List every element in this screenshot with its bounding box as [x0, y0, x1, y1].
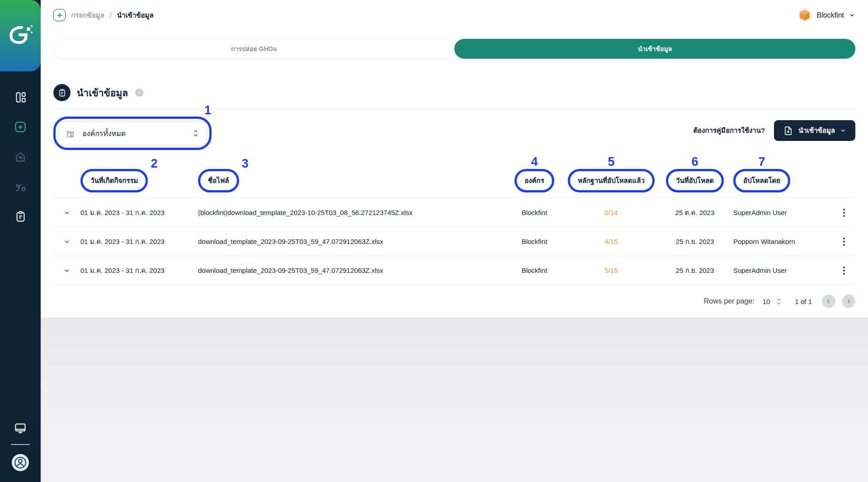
section-header: นำเข้าข้อมูล i [53, 84, 855, 101]
user-manual-link[interactable]: ต้องการคู่มือการใช้งาน? [693, 125, 765, 136]
cell-file-name: download_template_2023-09-25T03_59_47.07… [198, 267, 503, 274]
tab-ghg-emissions[interactable]: การปล่อย GHGs [53, 39, 454, 59]
column-upload-date: วันที่อัปโหลด 6 [656, 169, 733, 198]
organization-dropdown-value: องค์กรทั้งหมด [82, 128, 186, 139]
cell-file-name: (blockfint)download_template_2023-10-25T… [198, 209, 503, 216]
chevron-left-icon [826, 298, 832, 304]
column-file-name-label: ชื่อไฟล์ [208, 175, 229, 186]
blockfint-leaf-logo-icon [8, 24, 33, 47]
column-uploaded-by-label: อัปโหลดโดย [743, 175, 780, 186]
cell-upload-date: 25 ก.ย. 2023 [656, 265, 733, 276]
rows-per-page-stepper[interactable] [776, 298, 781, 305]
sidebar-divider [11, 444, 30, 445]
org-cube-icon [797, 8, 812, 23]
organization-dropdown[interactable]: องค์กรทั้งหมด [58, 121, 207, 145]
annotation-2-ring: วันที่เกิดกิจกรรม 2 [80, 169, 148, 192]
cell-activity-date: 01 ม.ค. 2023 - 31 ก.ค. 2023 [80, 236, 198, 247]
file-download-icon [783, 126, 793, 136]
column-actions [833, 192, 855, 198]
annotation-7-number: 7 [758, 156, 765, 168]
cell-organization: Blockfint [503, 209, 566, 216]
column-expander [53, 192, 80, 198]
annotation-1-number: 1 [204, 104, 211, 117]
column-activity-date: วันที่เกิดกิจกรรม 2 [80, 169, 198, 198]
annotation-4-ring: องค์กร 4 [514, 169, 554, 192]
cell-uploader: SuperAdmin User [733, 209, 833, 216]
page-title: นำเข้าข้อมูล [77, 85, 128, 100]
breadcrumb-separator: / [110, 11, 112, 19]
next-page-button[interactable] [842, 295, 855, 308]
user-avatar[interactable] [12, 454, 29, 471]
info-icon[interactable]: i [135, 89, 143, 97]
row-expand-chevron-icon[interactable] [53, 238, 80, 245]
sort-chevrons-icon [192, 129, 199, 137]
cell-file-name: download_template_2023-09-25T03_59_47.07… [198, 238, 503, 245]
tab-import-data[interactable]: นำเข้าข้อมูล [454, 39, 855, 59]
pagination-bar: Rows per page: 10 1 of 1 [53, 285, 855, 318]
column-organization: องค์กร 4 [503, 169, 566, 198]
cell-evidence[interactable]: 0/14 [566, 209, 656, 216]
factory-icon [66, 128, 76, 139]
dashboard-icon[interactable] [14, 90, 27, 104]
cell-uploader: Popporn Witanakorn [733, 238, 833, 245]
top-bar: กรอกข้อมูล / นำเข้าข้อมูล Blockfint [41, 0, 868, 30]
table-row: 01 ม.ค. 2023 - 31 ก.ค. 2023 download_tem… [53, 227, 855, 256]
annotation-6-number: 6 [691, 156, 698, 168]
cell-evidence[interactable]: 4/15 [566, 238, 656, 245]
main-area: กรอกข้อมูล / นำเข้าข้อมูล Blockfint การป… [41, 0, 868, 482]
cell-activity-date: 01 ม.ค. 2023 - 31 ก.ค. 2023 [80, 265, 198, 276]
annotation-3-ring: ชื่อไฟล์ 3 [198, 169, 239, 192]
annotation-2-number: 2 [151, 158, 157, 170]
cell-evidence[interactable]: 5/15 [566, 267, 656, 274]
view-tabs: การปล่อย GHGs นำเข้าข้อมูล [53, 39, 855, 59]
chevron-right-icon [845, 298, 852, 304]
section-clipboard-icon [53, 84, 71, 101]
plant-plug-icon[interactable] [14, 180, 27, 193]
brand-logo-block [0, 0, 41, 71]
cell-upload-date: 25 ต.ค. 2023 [656, 207, 733, 218]
controls-row: 1 องค์กรทั้งหมด ต้องการคู่มือการใช้งาน? [53, 117, 855, 150]
chevron-down-icon [849, 12, 855, 19]
page-range: 1 of 1 [795, 298, 812, 305]
annotation-5-ring: หลักฐานที่อัปโหลดแล้ว 5 [568, 169, 655, 192]
annotation-1-ring: 1 องค์กรทั้งหมด [53, 117, 212, 150]
breadcrumb-plus-icon [53, 9, 66, 21]
breadcrumb-current: นำเข้าข้อมูล [117, 10, 154, 21]
section-divider [53, 108, 855, 109]
chevron-down-icon [840, 127, 846, 134]
monitor-icon[interactable] [14, 421, 27, 435]
import-data-button-label: นำเข้าข้อมูล [798, 125, 835, 136]
import-data-button[interactable]: นำเข้าข้อมูล [774, 120, 855, 141]
org-name: Blockfint [817, 11, 844, 19]
annotation-7-ring: อัปโหลดโดย 7 [733, 169, 790, 192]
breadcrumb-section[interactable]: กรอกข้อมูล [71, 10, 104, 21]
row-menu-kebab-icon[interactable] [833, 206, 855, 220]
table-row: 01 ม.ค. 2023 - 31 ก.ค. 2023 download_tem… [53, 256, 855, 285]
rows-per-page-value[interactable]: 10 [763, 298, 770, 305]
sidebar-nav [14, 90, 27, 223]
page-background-filler [41, 318, 868, 482]
row-menu-kebab-icon[interactable] [833, 264, 855, 277]
table-header-row: วันที่เกิดกิจกรรม 2 ชื่อไฟล์ 3 องค์กร 4 … [53, 150, 855, 198]
column-evidence-uploaded: หลักฐานที่อัปโหลดแล้ว 5 [566, 169, 656, 198]
annotation-4-number: 4 [531, 156, 538, 168]
sidebar [0, 0, 41, 482]
rows-per-page-label: Rows per page: [704, 297, 755, 305]
right-controls: ต้องการคู่มือการใช้งาน? นำเข้าข้อมูล [693, 120, 855, 141]
cell-upload-date: 25 ก.ย. 2023 [656, 236, 733, 247]
cell-activity-date: 01 ม.ค. 2023 - 31 ก.ค. 2023 [80, 207, 198, 218]
previous-page-button[interactable] [822, 295, 835, 308]
column-upload-date-label: วันที่อัปโหลด [676, 175, 714, 186]
add-data-icon[interactable] [14, 120, 27, 134]
org-switcher[interactable]: Blockfint [797, 8, 855, 23]
column-uploaded-by: อัปโหลดโดย 7 [733, 169, 833, 198]
table-row: 01 ม.ค. 2023 - 31 ก.ค. 2023 (blockfint)d… [53, 198, 855, 227]
cell-uploader: SuperAdmin User [733, 267, 833, 274]
row-expand-chevron-icon[interactable] [53, 267, 80, 274]
row-menu-kebab-icon[interactable] [833, 235, 855, 248]
column-evidence-uploaded-label: หลักฐานที่อัปโหลดแล้ว [578, 175, 645, 186]
clipboard-icon[interactable] [14, 210, 27, 223]
row-expand-chevron-icon[interactable] [53, 209, 80, 216]
cell-organization: Blockfint [503, 238, 566, 245]
home-energy-icon[interactable] [14, 150, 27, 164]
